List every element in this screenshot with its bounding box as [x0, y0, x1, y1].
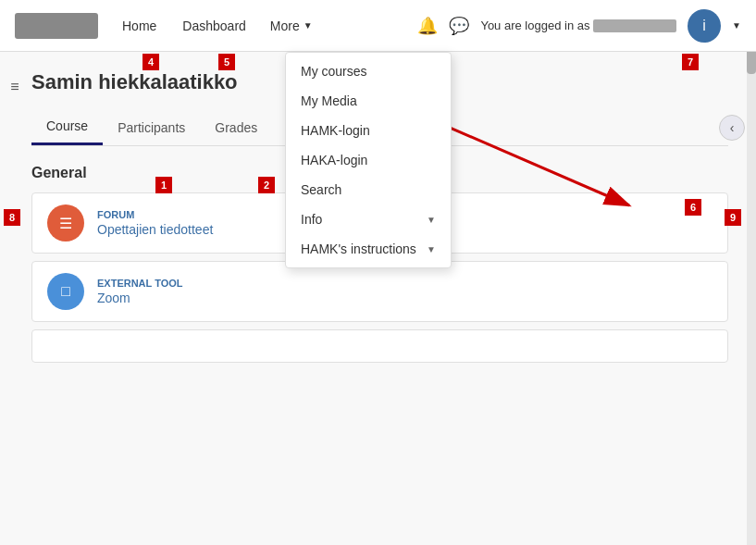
nav-more[interactable]: More ▼	[270, 19, 313, 33]
tab-grades[interactable]: Grades	[200, 111, 272, 144]
avatar[interactable]: i	[688, 9, 721, 43]
nav-more-chevron: ▼	[304, 20, 313, 31]
sidebar-toggle-left[interactable]: ≡	[4, 76, 26, 98]
logged-in-name	[593, 19, 676, 32]
dropdown-my-courses[interactable]: My courses	[286, 56, 451, 86]
avatar-initial: i	[702, 18, 706, 34]
annotation-2: 2	[258, 177, 275, 193]
nav-dashboard[interactable]: Dashboard	[180, 15, 248, 37]
dropdown-info-label: Info	[301, 212, 322, 227]
instructions-chevron-icon: ▼	[427, 244, 436, 254]
sidebar-toggle-right[interactable]: ‹	[719, 115, 745, 141]
forum-info: FORUM Opettajien tiedotteet	[97, 209, 213, 237]
dropdown-instructions[interactable]: HAMK's instructions ▼	[286, 234, 451, 264]
forum-name[interactable]: Opettajien tiedotteet	[97, 222, 213, 237]
tab-course[interactable]: Course	[31, 109, 103, 145]
tab-participants[interactable]: Participants	[103, 111, 200, 144]
bell-icon[interactable]: 🔔	[417, 16, 438, 36]
zoom-icon: □	[47, 273, 84, 310]
dropdown-menu: My courses My Media HAMK-login HAKA-logi…	[285, 52, 452, 268]
annotation-7: 7	[682, 54, 699, 70]
annotation-8: 8	[4, 209, 20, 226]
annotation-9: 9	[725, 209, 741, 226]
dropdown-haka-login[interactable]: HAKA-login	[286, 145, 451, 175]
sidebar-right-icon: ‹	[730, 120, 735, 135]
dropdown-search[interactable]: Search	[286, 175, 451, 204]
dropdown-info[interactable]: Info ▼	[286, 204, 451, 234]
info-chevron-icon: ▼	[427, 215, 436, 225]
forum-icon: ☰	[47, 204, 84, 242]
brand-logo	[15, 13, 98, 39]
avatar-caret[interactable]: ▼	[732, 20, 741, 31]
annotation-1: 1	[155, 177, 172, 193]
annotation-5: 5	[218, 54, 235, 70]
annotation-6-dropdown: 6	[685, 199, 701, 216]
forum-type: FORUM	[97, 209, 213, 220]
navbar-right: 🔔 💬 You are logged in as i ▼	[417, 9, 741, 43]
nav-home[interactable]: Home	[120, 15, 158, 37]
chat-icon[interactable]: 💬	[449, 16, 469, 36]
annotation-4: 4	[143, 54, 159, 70]
dropdown-instructions-label: HAMK's instructions	[301, 242, 416, 256]
zoom-info: EXTERNAL TOOL Zoom	[97, 278, 183, 305]
navbar: Home Dashboard More ▼ 🔔 💬 You are logged…	[0, 0, 756, 52]
nav-more-label: More	[270, 19, 300, 33]
zoom-name[interactable]: Zoom	[97, 291, 183, 305]
sidebar-left-icon: ≡	[10, 79, 19, 95]
logged-in-text: You are logged in as	[480, 19, 676, 33]
activity-placeholder	[31, 329, 728, 363]
dropdown-my-media[interactable]: My Media	[286, 86, 451, 116]
zoom-type: EXTERNAL TOOL	[97, 278, 183, 289]
activity-zoom[interactable]: □ EXTERNAL TOOL Zoom	[31, 261, 728, 322]
dropdown-hamk-login[interactable]: HAMK-login	[286, 116, 451, 145]
